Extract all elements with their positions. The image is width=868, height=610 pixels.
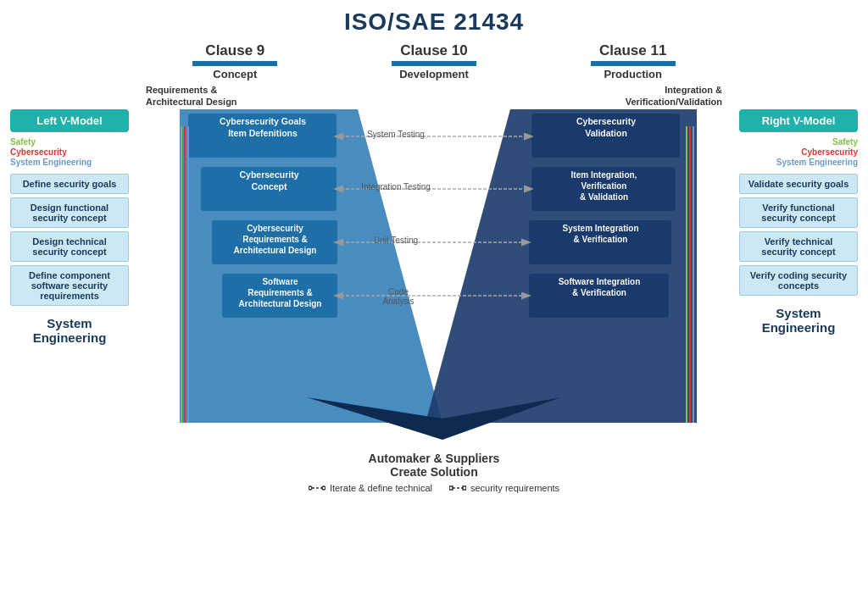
automaker-text: Automaker & SuppliersCreate Solution [0, 452, 868, 479]
page-wrapper: ISO/SAE 21434 Clause 9 Concept Clause 10… [0, 0, 868, 610]
clause11-bar [591, 61, 676, 66]
clause10-bar [392, 61, 476, 66]
svg-point-21 [309, 486, 312, 490]
right-box-0: Validate security goals [739, 174, 858, 194]
sublabel-left: Requirements &Architectural Design [146, 84, 237, 108]
system-testing-label: System Testing [345, 130, 447, 139]
left-vmodel-badge: Left V-Model [10, 109, 129, 132]
left-box-2: Design technical security concept [10, 231, 129, 262]
svg-rect-26 [463, 486, 466, 490]
right-legend-safety: Safety [832, 137, 858, 147]
v-right-item-3: System Integration& Verification [531, 223, 670, 245]
right-system-eng: SystemEngineering [739, 306, 858, 335]
svg-rect-24 [449, 486, 453, 490]
sublabel-right: Integration &Verification/Validation [626, 84, 722, 108]
left-box-1: Design functional security concept [10, 197, 129, 228]
clause10-number: Clause 10 [335, 42, 534, 59]
clause10-block: Clause 10 Development [335, 42, 534, 80]
clause11-number: Clause 11 [533, 42, 732, 59]
left-legend-row: Safety Cybersecurity System Engineering [10, 137, 92, 167]
iterate-icon-2 [449, 482, 466, 494]
iterate-icon-1 [309, 482, 326, 494]
right-legend-syseng: System Engineering [776, 158, 858, 167]
left-legend-syseng: System Engineering [10, 158, 92, 167]
right-vmodel-badge: Right V-Model [739, 109, 858, 132]
v-left-item-3: CybersecurityRequirements &Architectural… [214, 223, 337, 256]
integration-testing-label: Integration Testing [345, 182, 447, 191]
main-title: ISO/SAE 21434 [0, 8, 868, 36]
svg-point-23 [322, 486, 326, 490]
v-right-item-2: Item Integration,Verification& Validatio… [533, 169, 675, 202]
right-panel: Right V-Model Safety Cybersecurity Syste… [731, 84, 858, 335]
clause9-block: Clause 9 Concept [136, 42, 335, 80]
left-legend-cyber: Cybersecurity [10, 147, 92, 157]
unit-testing-label: Unit Testing [345, 236, 447, 245]
clause9-number: Clause 9 [136, 42, 335, 59]
left-system-eng: SystemEngineering [10, 316, 129, 345]
iterate-text-1: Iterate & define technical [330, 483, 432, 493]
right-box-1: Verify functional security concept [739, 197, 858, 228]
iterate-item-2: security requirements [449, 482, 559, 494]
v-right-item-1: CybersecurityValidation [533, 116, 679, 139]
clause9-name: Concept [136, 68, 335, 80]
clause10-name: Development [335, 68, 534, 80]
v-left-item-1: Cybersecurity GoalsItem Defenitions [190, 116, 336, 139]
iterate-row: Iterate & define technical security requ… [0, 482, 868, 494]
left-box-3: Define component software security requi… [10, 265, 129, 306]
left-panel: Left V-Model Safety Cybersecurity System… [10, 84, 137, 345]
left-legend-safety: Safety [10, 137, 92, 147]
clause11-name: Production [533, 68, 732, 80]
clause-row: Clause 9 Concept Clause 10 Development C… [0, 42, 868, 80]
code-analysis-label: CodeAnalysis [348, 287, 449, 306]
left-box-0: Define security goals [10, 174, 129, 194]
clause11-block: Clause 11 Production [533, 42, 732, 80]
right-legend-row: Safety Cybersecurity System Engineering [776, 137, 858, 167]
iterate-item-1: Iterate & define technical [309, 482, 432, 494]
v-left-item-4: SoftwareRequirements &Architectural Desi… [224, 276, 337, 309]
right-legend-cyber: Cybersecurity [801, 147, 858, 157]
clause9-bar [192, 61, 277, 66]
content-area: Left V-Model Safety Cybersecurity System… [0, 84, 868, 448]
bottom-section: Automaker & SuppliersCreate Solution Ite… [0, 452, 868, 494]
iterate-text-2: security requirements [470, 483, 559, 493]
right-box-3: Verify coding security concepts [739, 265, 858, 296]
v-left-item-2: CybersecurityConcept [203, 169, 336, 192]
v-right-item-4: Software Integration& Verification [531, 276, 668, 298]
v-diagram: Requirements &Architectural Design Integ… [137, 84, 731, 448]
right-box-2: Verify technical security concept [739, 231, 858, 262]
